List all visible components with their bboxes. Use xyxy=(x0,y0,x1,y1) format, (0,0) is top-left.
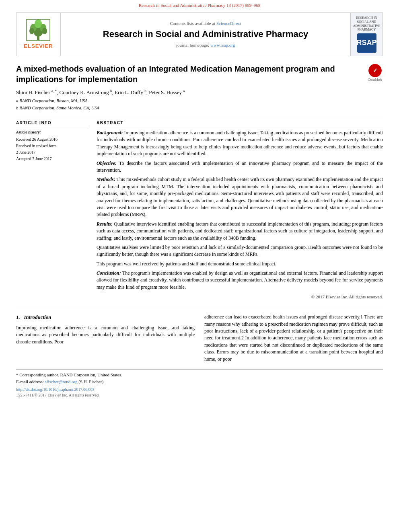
objective-label: Objective: xyxy=(97,160,117,166)
email-link[interactable]: sfischer@rand.org xyxy=(45,379,77,384)
svg-point-4 xyxy=(35,19,42,28)
objective-text: To describe the factors associated with … xyxy=(97,160,383,173)
results-text3: This program was well received by patien… xyxy=(97,261,276,267)
abstract-methods: Methods: This mixed-methods cohort study… xyxy=(97,176,383,218)
article-content: A mixed-methods evaluation of an Integra… xyxy=(16,64,383,398)
background-text: Improving medication adherence is a comm… xyxy=(97,130,383,156)
journal-homepage: journal homepage: www.rsap.org xyxy=(176,42,235,48)
body-left-text: Improving medication adherence is a comm… xyxy=(16,325,195,345)
journal-citation: Research in Social and Administrative Ph… xyxy=(0,0,399,10)
affiliation-a: a RAND Corporation, Boston, MA, USA xyxy=(16,98,383,104)
history-label: Article history: xyxy=(16,129,88,135)
rsap-badge: RESEARCH INSOCIAL ANDADMINISTRATIVEPHARM… xyxy=(353,16,380,52)
elsevier-logo-section: ELSEVIER xyxy=(16,13,61,55)
conclusion-text: The program's implementation was enabled… xyxy=(97,270,383,290)
svg-point-6 xyxy=(42,28,47,34)
elsevier-tree-icon xyxy=(26,19,50,41)
abstract-col: ABSTRACT Background: Improving medicatio… xyxy=(97,120,383,300)
background-label: Background: xyxy=(97,130,123,136)
doi-line: http://dx.doi.org/10.1016/j.sapharm.2017… xyxy=(16,387,383,392)
journal-title-section: Contents lists available at ScienceDirec… xyxy=(61,13,350,55)
crossmark-section: ✓ CrossMark xyxy=(367,64,383,82)
email-label: E-mail address: xyxy=(16,379,44,384)
body-left-col: 1. Introduction Improving medication adh… xyxy=(16,314,195,363)
results-text2: Quantitative analyses were limited by po… xyxy=(97,244,383,257)
revised-date: 2 June 2017 xyxy=(16,150,88,155)
journal-title: Research in Social and Administrative Ph… xyxy=(103,29,308,39)
authors-line: Shira H. Fischer a, *, Courtney K. Armst… xyxy=(16,88,383,97)
abstract-results: Results: Qualitative interviews identifi… xyxy=(97,221,383,242)
article-info-abstract-section: ARTICLE INFO Article history: Received 2… xyxy=(16,116,383,300)
abstract-background: Background: Improving medication adheren… xyxy=(97,129,383,158)
article-info-heading: ARTICLE INFO xyxy=(16,120,88,126)
abstract-objective: Objective: To describe the factors assoc… xyxy=(97,160,383,174)
copyright: © 2017 Elsevier Inc. All rights reserved… xyxy=(97,294,383,300)
body-text-section: 1. Introduction Improving medication adh… xyxy=(16,314,383,363)
elsevier-logo: ELSEVIER xyxy=(24,19,53,50)
abstract-results3: This program was well received by patien… xyxy=(97,261,383,267)
conclusion-label: Conclusion: xyxy=(97,270,121,276)
section-divider xyxy=(16,307,383,307)
methods-label: Methods: xyxy=(97,177,115,182)
abstract-conclusion: Conclusion: The program's implementation… xyxy=(97,270,383,291)
body-right-col: adherence can lead to exacerbated health… xyxy=(204,314,383,363)
email-suffix: (S.H. Fischer). xyxy=(78,379,105,384)
contents-line: Contents lists available at ScienceDirec… xyxy=(170,21,241,27)
revised-label: Received in revised form xyxy=(16,143,88,149)
results-label: Results: xyxy=(97,221,113,227)
rsap-logo: RSAP xyxy=(357,33,376,53)
svg-point-5 xyxy=(29,28,34,34)
crossmark-icon: ✓ xyxy=(368,64,382,78)
issn-line: 1551-7411/© 2017 Elsevier Inc. All right… xyxy=(16,392,383,398)
rsap-logo-section: RESEARCH INSOCIAL ANDADMINISTRATIVEPHARM… xyxy=(350,13,383,55)
section1-title: 1. Introduction xyxy=(16,314,195,321)
article-title: A mixed-methods evaluation of an Integra… xyxy=(16,64,363,84)
crossmark-label: CrossMark xyxy=(368,78,382,82)
accepted-date: Accepted 7 June 2017 xyxy=(16,156,88,162)
email-line: E-mail address: sfischer@rand.org (S.H. … xyxy=(16,379,383,385)
sciencedirect-link[interactable]: ScienceDirect xyxy=(216,21,241,26)
abstract-results2: Quantitative analyses were limited by po… xyxy=(97,244,383,258)
abstract-heading: ABSTRACT xyxy=(97,120,383,126)
methods-text: This mixed-methods cohort study in a fed… xyxy=(97,177,383,217)
footnote-section: * Corresponding author. RAND Corporation… xyxy=(16,369,383,398)
received-date: Received 26 August 2016 xyxy=(16,137,88,142)
article-info-col: ARTICLE INFO Article history: Received 2… xyxy=(16,120,88,300)
affiliations: a RAND Corporation, Boston, MA, USA b RA… xyxy=(16,98,383,111)
svg-text:✓: ✓ xyxy=(372,67,377,74)
homepage-link[interactable]: www.rsap.org xyxy=(210,43,235,47)
elsevier-label: ELSEVIER xyxy=(24,43,53,50)
journal-header: ELSEVIER Contents lists available at Sci… xyxy=(16,12,383,56)
results-text1: Qualitative interviews identified enabli… xyxy=(97,221,383,241)
rsap-badge-text: RESEARCH INSOCIAL ANDADMINISTRATIVEPHARM… xyxy=(353,16,380,31)
corresponding-author: * Corresponding author. RAND Corporation… xyxy=(16,372,383,378)
abstract-text: Background: Improving medication adheren… xyxy=(97,129,383,300)
article-title-section: A mixed-methods evaluation of an Integra… xyxy=(16,64,383,84)
article-history: Article history: Received 26 August 2016… xyxy=(16,129,88,162)
affiliation-b: b RAND Corporation, Santa Monica, CA, US… xyxy=(16,105,383,111)
doi-link[interactable]: http://dx.doi.org/10.1016/j.sapharm.2017… xyxy=(16,387,95,392)
body-right-text: adherence can lead to exacerbated health… xyxy=(204,314,383,363)
